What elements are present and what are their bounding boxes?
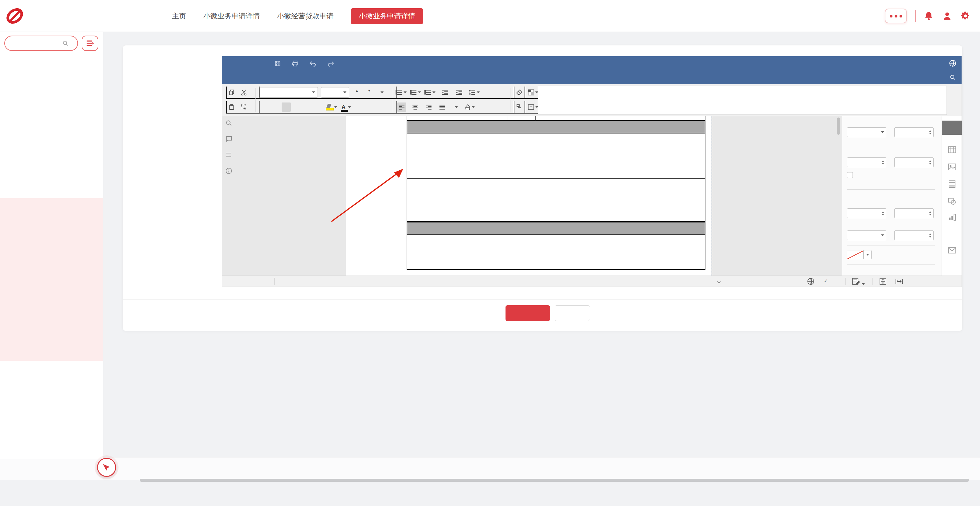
strikethrough-icon[interactable] [293,103,302,112]
nav-tab-3[interactable]: 小微业务申请详情 [351,8,423,24]
numbered-list-icon[interactable] [412,88,421,97]
header-footer-settings-tab[interactable] [942,177,962,191]
hamburger-icon [86,40,94,47]
table-settings-tab[interactable] [942,143,962,157]
collapse-menu-button[interactable] [82,36,98,51]
credit-management-group-bg [0,198,103,361]
cut-icon[interactable] [239,88,248,97]
select-icon[interactable] [239,103,248,112]
subscript-icon[interactable] [315,103,324,112]
stepper-connector [140,66,140,270]
save-icon[interactable] [274,60,281,67]
bold-icon[interactable] [259,103,269,112]
italic-icon[interactable] [270,103,280,112]
increase-font-icon[interactable]: ▲ [352,88,361,97]
document-canvas [222,116,842,276]
mail-merge-icon[interactable] [528,103,538,112]
nav-tab-1[interactable]: 小微业务申请详情 [203,11,260,21]
font-color-icon[interactable]: A [342,103,351,112]
indent-right-stepper[interactable] [894,208,934,218]
floating-back-button[interactable] [97,458,116,477]
undo-icon[interactable] [309,60,317,67]
feedback-icon[interactable] [225,135,232,143]
copy-style-icon[interactable] [514,103,523,112]
line-spacing-icon[interactable] [469,88,480,97]
line-spacing-stepper[interactable] [894,127,934,137]
find-icon[interactable] [225,119,232,127]
clear-style-icon[interactable] [514,88,523,97]
highlight-color-icon[interactable] [326,103,337,112]
sidebar-search[interactable] [4,36,78,51]
spacing-before-stepper[interactable] [847,157,886,167]
image-settings-tab[interactable] [942,160,962,174]
spacing-after-stepper[interactable] [894,157,934,167]
align-center-icon[interactable] [410,103,420,112]
user-icon[interactable] [942,11,952,21]
sidebar-item-0[interactable] [0,62,103,80]
footer-band [0,457,980,480]
shape-settings-tab[interactable] [942,194,962,208]
font-size-select[interactable] [321,87,349,98]
section6-header [407,120,705,133]
track-changes-icon[interactable] [852,278,865,287]
section7-header [407,222,705,235]
align-right-icon[interactable] [424,103,433,112]
spellcheck-icon[interactable]: ✓ [824,278,828,283]
set-language-globe-icon[interactable] [807,278,815,287]
margin-guide [711,116,712,276]
about-icon[interactable] [225,167,232,174]
redo-icon[interactable] [327,60,334,67]
messages-button[interactable] [885,9,907,23]
background-color-dropdown[interactable] [864,250,872,259]
nav-tab-2[interactable]: 小微经营贷款申请 [277,11,334,21]
background-color-swatch[interactable] [847,250,864,259]
horizontal-scrollbar[interactable] [140,479,969,482]
paragraph-settings-tab[interactable] [942,121,962,135]
underline-icon[interactable] [282,103,291,112]
paragraph-settings-panel [842,116,942,276]
change-case-icon[interactable] [377,88,386,97]
justify-icon[interactable] [438,103,447,112]
decrease-font-icon[interactable]: ▼ [364,88,374,97]
editor-menu-bar [222,71,962,84]
headings-icon[interactable] [225,151,232,159]
shading-icon[interactable] [465,103,475,112]
fit-page-icon[interactable] [879,278,887,287]
mailmerge-settings-tab[interactable] [942,243,962,257]
increase-indent-icon[interactable] [455,88,464,97]
word-count-button[interactable] [281,278,283,284]
print-icon[interactable] [291,60,299,67]
nav-tab-0[interactable]: 主页 [172,11,186,21]
special-format-select[interactable] [847,230,886,240]
superscript-icon[interactable] [304,103,313,112]
search-input[interactable] [10,40,62,47]
multilevel-list-icon[interactable] [426,88,436,97]
copy-icon[interactable] [227,88,236,97]
textart-settings-tab[interactable] [942,226,962,240]
vertical-scrollbar[interactable] [837,117,840,135]
editor-status-bar: ✓ [222,276,962,287]
fit-width-icon[interactable] [895,278,903,287]
risk-row [407,133,705,179]
line-spacing-select[interactable] [847,127,886,137]
special-format-by-stepper[interactable] [894,230,934,240]
decrease-indent-icon[interactable] [441,88,450,97]
paste-icon[interactable] [227,103,236,112]
editor-search-icon[interactable] [949,74,956,81]
gear-icon[interactable] [960,11,971,21]
bell-icon[interactable] [923,11,934,21]
table-shading-icon[interactable] [528,88,538,97]
align-left-icon[interactable] [397,103,406,112]
risk-control-row [407,179,705,222]
return-button[interactable] [555,305,590,321]
send-back-icon [102,463,111,472]
font-name-select[interactable] [259,87,318,98]
paragraph-marks-icon[interactable] [451,103,460,112]
indent-left-stepper[interactable] [847,208,886,218]
language-selector[interactable] [716,278,720,284]
previous-step-button[interactable] [506,305,550,321]
style-gallery [538,86,947,115]
chart-settings-tab[interactable] [942,210,962,224]
bullet-list-icon[interactable] [397,88,407,97]
same-style-checkbox[interactable] [847,172,853,178]
